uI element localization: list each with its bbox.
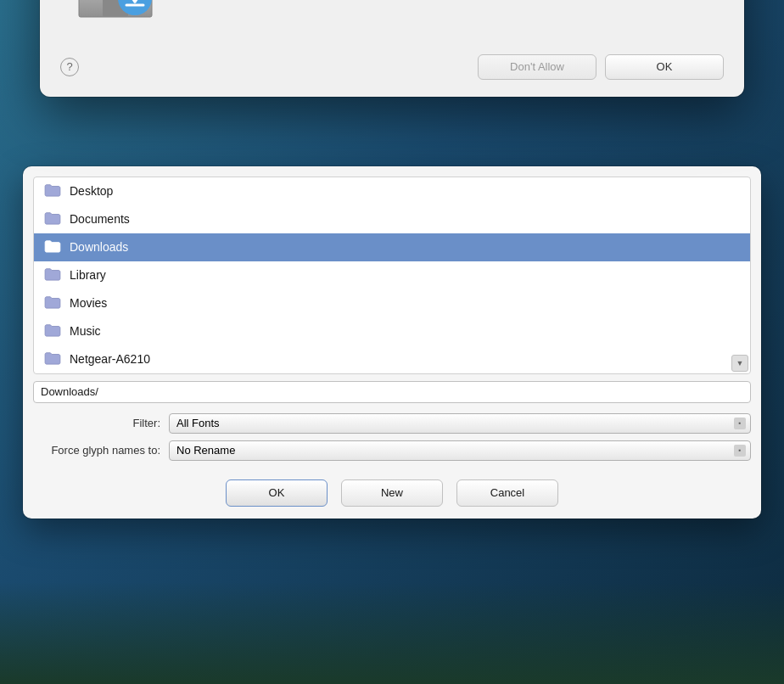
glyph-select[interactable]: No RenameFrom AdobeFrom SFD <box>169 440 751 461</box>
glyph-select-wrapper: No RenameFrom AdobeFrom SFD ▪ <box>169 440 751 461</box>
file-name: Movies <box>70 296 107 310</box>
list-item[interactable]: Documents <box>34 205 750 233</box>
file-dialog: Desktop Documents Downloads Library Movi… <box>23 166 761 519</box>
file-list-container: Desktop Documents Downloads Library Movi… <box>33 177 751 374</box>
glyph-row: Force glyph names to: No RenameFrom Adob… <box>33 440 751 461</box>
path-input[interactable] <box>33 381 751 403</box>
form-rows: Filter: All FontsTTF/OTFBDFPCFType1 ▪ Fo… <box>23 410 761 471</box>
list-item[interactable]: Music <box>34 317 750 345</box>
folder-icon <box>44 351 61 367</box>
permission-ok-button[interactable]: OK <box>605 54 724 80</box>
dialog-buttons: OK New Cancel <box>23 471 761 519</box>
list-item[interactable]: Desktop <box>34 177 750 205</box>
list-item[interactable]: Library <box>34 261 750 289</box>
file-name: Music <box>70 324 101 338</box>
file-name: Library <box>70 268 106 282</box>
list-item[interactable]: Movies <box>34 289 750 317</box>
file-list: Desktop Documents Downloads Library Movi… <box>34 177 750 373</box>
file-name: Desktop <box>70 184 113 198</box>
filter-select-wrapper: All FontsTTF/OTFBDFPCFType1 ▪ <box>169 413 751 434</box>
scroll-down-arrow[interactable]: ▼ <box>731 355 748 372</box>
folder-icon <box>44 295 61 311</box>
cancel-button[interactable]: Cancel <box>456 479 558 507</box>
permission-content: "FontForge" would like to access files i… <box>60 0 724 34</box>
ok-button[interactable]: OK <box>226 479 328 507</box>
file-name: Netgear-A6210 <box>70 352 150 366</box>
permission-buttons: ? Don't Allow OK <box>60 54 724 80</box>
help-button[interactable]: ? <box>60 58 79 76</box>
file-name: Documents <box>70 212 130 226</box>
permission-dialog: "FontForge" would like to access files i… <box>40 0 744 97</box>
filter-label: Filter: <box>33 417 160 429</box>
app-icon-svg <box>60 0 171 25</box>
folder-icon <box>44 239 61 255</box>
list-item[interactable]: Netgear-A6210 <box>34 345 750 373</box>
file-name: Downloads <box>70 240 128 254</box>
folder-icon <box>44 183 61 199</box>
folder-icon <box>44 323 61 339</box>
glyph-label: Force glyph names to: <box>33 444 160 457</box>
list-item[interactable]: Downloads <box>34 233 750 261</box>
folder-icon <box>44 211 61 227</box>
new-button[interactable]: New <box>341 479 443 507</box>
app-icon <box>60 0 171 34</box>
folder-icon <box>44 267 61 283</box>
path-field-row <box>23 374 761 410</box>
filter-select[interactable]: All FontsTTF/OTFBDFPCFType1 <box>169 413 751 434</box>
filter-row: Filter: All FontsTTF/OTFBDFPCFType1 ▪ <box>33 413 751 434</box>
dont-allow-button[interactable]: Don't Allow <box>478 54 596 80</box>
